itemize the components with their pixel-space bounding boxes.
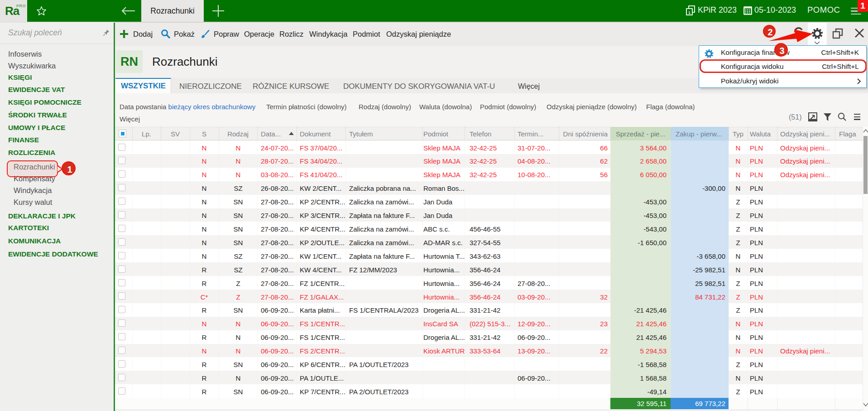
svg-text:1: 1 [688, 10, 691, 15]
